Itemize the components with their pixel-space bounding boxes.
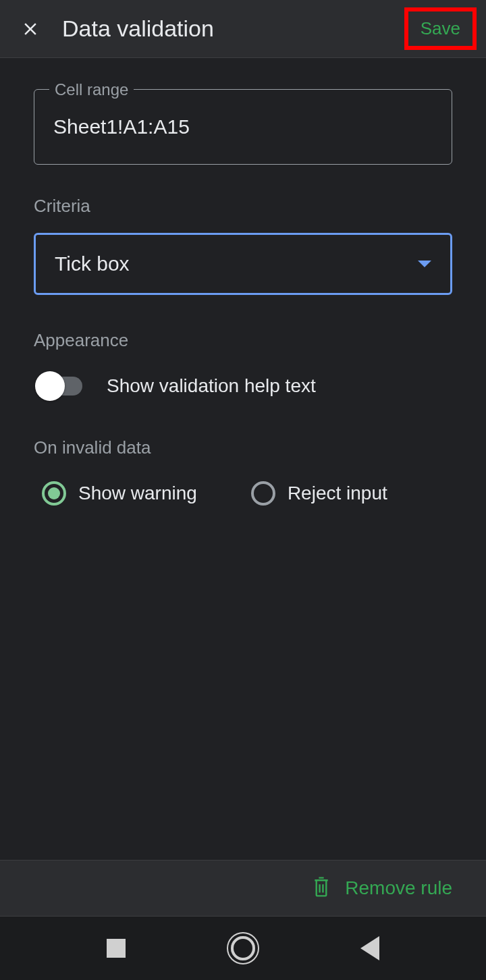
close-icon [20, 19, 40, 39]
remove-rule-button[interactable]: Remove rule [345, 877, 452, 899]
help-text-toggle-label: Show validation help text [107, 375, 316, 397]
radio-item-reject-input[interactable]: Reject input [251, 481, 387, 506]
footer-bar: Remove rule [0, 860, 486, 917]
chevron-down-icon [418, 261, 431, 267]
trash-icon [311, 875, 331, 901]
cell-range-label: Cell range [49, 80, 134, 99]
radio-label: Show warning [78, 483, 197, 504]
page-title: Data validation [62, 16, 404, 42]
save-button[interactable]: Save [408, 11, 473, 46]
save-highlight-box: Save [404, 7, 477, 50]
appearance-label: Appearance [34, 330, 452, 351]
cell-range-field[interactable]: Cell range Sheet1!A1:A15 [34, 89, 452, 165]
radio-label: Reject input [288, 483, 387, 504]
content-area: Cell range Sheet1!A1:A15 Criteria Tick b… [0, 58, 486, 506]
help-text-toggle-row: Show validation help text [34, 375, 452, 397]
criteria-dropdown[interactable]: Tick box [34, 233, 452, 295]
criteria-selected-value: Tick box [55, 252, 130, 275]
toggle-thumb [35, 371, 65, 401]
nav-recent-apps-button[interactable] [107, 939, 126, 958]
on-invalid-radio-group: Show warning Reject input [34, 481, 452, 506]
android-nav-bar [0, 917, 486, 980]
radio-button-selected [42, 481, 66, 506]
radio-button [251, 481, 275, 506]
cell-range-value: Sheet1!A1:A15 [53, 115, 190, 138]
close-button[interactable] [12, 11, 49, 47]
radio-item-show-warning[interactable]: Show warning [42, 481, 197, 506]
nav-back-button[interactable] [360, 936, 379, 960]
header-bar: Data validation Save [0, 0, 486, 58]
on-invalid-label: On invalid data [34, 437, 452, 458]
help-text-toggle[interactable] [39, 377, 82, 396]
nav-home-button[interactable] [231, 936, 255, 960]
criteria-label: Criteria [34, 196, 452, 217]
